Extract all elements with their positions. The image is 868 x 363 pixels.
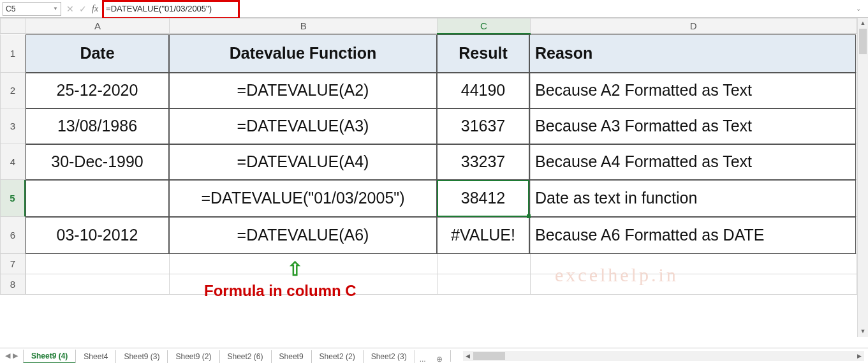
cell-B2[interactable]: =DATEVALUE(A2)	[169, 73, 437, 108]
sheet-tab[interactable]: Sheet2 (2)	[311, 350, 364, 364]
scroll-thumb[interactable]	[859, 29, 867, 54]
row-header-2[interactable]: 2	[0, 73, 26, 108]
sheet-tab[interactable]: Sheet9 (4)	[23, 350, 76, 364]
tab-nav-prev-icon[interactable]: ◀	[5, 352, 10, 360]
row-header-6[interactable]: 6	[0, 217, 26, 254]
scroll-left-icon[interactable]: ◀	[463, 351, 473, 361]
tab-nav: ◀ ▶	[0, 352, 23, 360]
formula-bar-expand-icon[interactable]: ⌄	[853, 5, 864, 12]
cell-C2[interactable]: 44190	[437, 73, 529, 108]
row-header-8[interactable]: 8	[0, 274, 26, 295]
name-box-value: C5	[6, 4, 15, 13]
cancel-icon: ✕	[66, 4, 74, 14]
cell-C4[interactable]: 33237	[437, 144, 529, 180]
cell-D6[interactable]: Because A6 Formatted as DATE	[529, 217, 856, 254]
cell-A4[interactable]: 30-Dec-1990	[26, 144, 169, 180]
col-header-B[interactable]: B	[170, 19, 438, 34]
name-box[interactable]: C5 ▼	[3, 2, 61, 16]
column-headers: A B C D	[0, 18, 857, 34]
col-header-C[interactable]: C	[438, 19, 530, 34]
annotation-text: Formula in column C	[204, 282, 357, 300]
select-all-corner[interactable]	[1, 19, 26, 34]
cell-C5[interactable]: 38412	[437, 180, 529, 217]
tab-splitter[interactable]	[450, 350, 457, 362]
sheet-tab[interactable]: Sheet9	[271, 350, 312, 364]
add-sheet-icon[interactable]: ⊕	[431, 355, 448, 364]
cell-D1[interactable]: Reason	[529, 34, 856, 73]
cell-B4[interactable]: =DATEVALUE(A4)	[169, 144, 437, 180]
spreadsheet-grid[interactable]: A B C D 1 2 3 4 5 6 7 8	[0, 18, 868, 337]
scroll-up-icon[interactable]: ▲	[858, 18, 868, 29]
fx-icon[interactable]: fx	[92, 4, 98, 14]
annotation-arrow-icon: ⇧	[287, 258, 303, 280]
cell-C3[interactable]: 31637	[437, 108, 529, 144]
cell-A5[interactable]	[26, 180, 169, 217]
formula-input[interactable]	[102, 3, 853, 15]
tab-more[interactable]: ...	[415, 355, 431, 364]
horizontal-scrollbar[interactable]: ◀ ▶	[463, 351, 864, 361]
tab-nav-next-icon[interactable]: ▶	[13, 352, 18, 360]
sheet-tab[interactable]: Sheet2 (6)	[219, 350, 272, 364]
vertical-scrollbar[interactable]: ▲ ▼	[857, 18, 868, 337]
formula-bar-icons: ✕ ✓	[66, 4, 87, 14]
col-header-A[interactable]: A	[26, 19, 170, 34]
cell-D3[interactable]: Because A3 Formatted as Text	[529, 108, 856, 144]
row-headers: 1 2 3 4 5 6 7 8	[0, 34, 26, 295]
sheet-tab[interactable]: Sheet2 (3)	[363, 350, 415, 364]
cell-A2[interactable]: 25-12-2020	[26, 73, 169, 108]
sheet-tab[interactable]: Sheet9 (2)	[167, 350, 219, 364]
cell-A6[interactable]: 03-10-2012	[26, 217, 169, 254]
sheet-tab[interactable]: Sheet4	[75, 350, 116, 364]
row-header-4[interactable]: 4	[0, 144, 26, 180]
cell-B1[interactable]: Datevalue Function	[169, 34, 437, 73]
cell-A3[interactable]: 13/08/1986	[26, 108, 169, 144]
watermark-text: excelhelp.in	[555, 264, 679, 286]
sheet-tab-bar: ◀ ▶ Sheet9 (4) Sheet4 Sheet9 (3) Sheet9 …	[0, 348, 868, 363]
row-header-7[interactable]: 7	[0, 254, 26, 274]
name-box-dropdown-icon[interactable]: ▼	[53, 6, 58, 11]
formula-bar: C5 ▼ ✕ ✓ fx ⌄	[0, 0, 868, 18]
row-header-1[interactable]: 1	[0, 34, 26, 73]
cell-B6[interactable]: =DATEVALUE(A6)	[169, 217, 437, 254]
sheet-tabs: Sheet9 (4) Sheet4 Sheet9 (3) Sheet9 (2) …	[23, 348, 448, 364]
cell-D4[interactable]: Because A4 Formatted as Text	[529, 144, 856, 180]
hscroll-thumb[interactable]	[473, 352, 505, 360]
cell-C1[interactable]: Result	[437, 34, 529, 73]
fill-handle[interactable]	[527, 214, 531, 218]
row-header-3[interactable]: 3	[0, 108, 26, 144]
cell-B3[interactable]: =DATEVALUE(A3)	[169, 108, 437, 144]
accept-icon: ✓	[79, 4, 87, 14]
scroll-right-icon[interactable]: ▶	[854, 351, 864, 361]
sheet-tab[interactable]: Sheet9 (3)	[115, 350, 168, 364]
cell-D2[interactable]: Because A2 Formatted as Text	[529, 73, 856, 108]
cell-B5[interactable]: =DATEVALUE("01/03/2005")	[169, 180, 437, 217]
col-header-D[interactable]: D	[530, 19, 857, 34]
row-header-5[interactable]: 5	[0, 180, 26, 217]
cell-A1[interactable]: Date	[26, 34, 169, 73]
cell-D5[interactable]: Date as text in function	[529, 180, 856, 217]
scroll-down-icon[interactable]: ▼	[858, 326, 868, 337]
cell-C6[interactable]: #VALUE!	[437, 217, 529, 254]
